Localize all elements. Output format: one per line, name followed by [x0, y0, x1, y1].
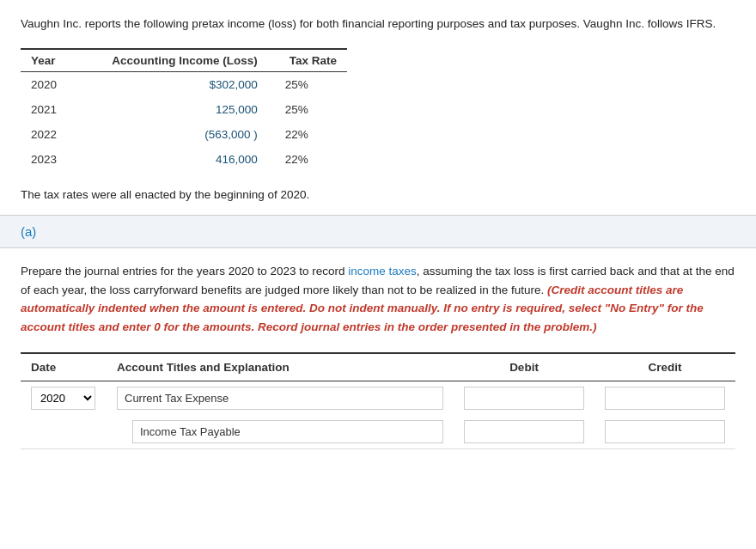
table-row: 2023 416,000 22% — [21, 147, 347, 173]
col-year: Year — [21, 49, 75, 72]
cell-income: $302,000 — [75, 72, 268, 98]
year-select[interactable]: 2020202120222023 — [31, 387, 95, 410]
account-input[interactable] — [132, 420, 443, 443]
journal-row — [21, 415, 735, 449]
debit-input[interactable] — [464, 420, 584, 443]
account-cell[interactable] — [107, 415, 454, 449]
instruction-part1: Prepare the journal entries for the year… — [21, 265, 348, 278]
credit-cell[interactable] — [594, 415, 735, 449]
instruction-text: Prepare the journal entries for the year… — [21, 262, 735, 336]
cell-income: (563,000 ) — [75, 122, 268, 147]
journal-header-credit: Credit — [594, 353, 735, 381]
table-row: 2020 $302,000 25% — [21, 72, 347, 98]
data-table: Year Accounting Income (Loss) Tax Rate 2… — [21, 48, 347, 173]
cell-rate: 25% — [268, 72, 347, 98]
journal-header-debit: Debit — [454, 353, 594, 381]
cell-rate: 22% — [268, 147, 347, 173]
cell-rate: 22% — [268, 122, 347, 147]
tax-note: The tax rates were all enacted by the be… — [21, 188, 735, 201]
section-header: (a) — [0, 216, 756, 248]
col-rate: Tax Rate — [268, 49, 347, 72]
table-row: 2022 (563,000 ) 22% — [21, 122, 347, 147]
table-row: 2021 125,000 25% — [21, 97, 347, 122]
cell-rate: 25% — [268, 97, 347, 122]
date-cell[interactable]: 2020202120222023 — [21, 381, 107, 415]
debit-input[interactable] — [464, 387, 584, 410]
cell-income: 125,000 — [75, 97, 268, 122]
credit-input[interactable] — [605, 420, 725, 443]
journal-row: 2020202120222023 — [21, 381, 735, 415]
cell-year: 2022 — [21, 122, 75, 147]
section-label: (a) — [21, 224, 36, 239]
intro-text: Vaughn Inc. reports the following pretax… — [21, 15, 735, 33]
instruction-blue1: income taxes — [348, 265, 417, 278]
cell-year: 2021 — [21, 97, 75, 122]
date-cell — [21, 415, 107, 449]
debit-cell[interactable] — [454, 381, 594, 415]
debit-cell[interactable] — [454, 415, 594, 449]
cell-year: 2020 — [21, 72, 75, 98]
account-input[interactable] — [117, 387, 443, 410]
credit-input[interactable] — [605, 387, 725, 410]
cell-year: 2023 — [21, 147, 75, 173]
account-cell[interactable] — [107, 381, 454, 415]
credit-cell[interactable] — [594, 381, 735, 415]
journal-header-date: Date — [21, 353, 107, 381]
journal-header-account: Account Titles and Explanation — [107, 353, 454, 381]
top-section: Vaughn Inc. reports the following pretax… — [0, 0, 756, 216]
bottom-section: Prepare the journal entries for the year… — [0, 248, 756, 462]
cell-income: 416,000 — [75, 147, 268, 173]
col-income: Accounting Income (Loss) — [75, 49, 268, 72]
journal-table: Date Account Titles and Explanation Debi… — [21, 352, 735, 449]
